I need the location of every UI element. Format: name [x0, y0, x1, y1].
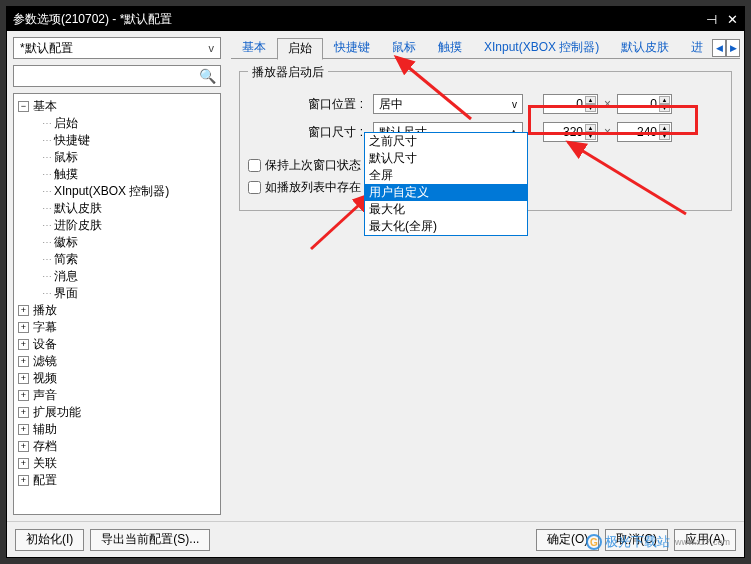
tree-node[interactable]: +设备 — [14, 336, 220, 353]
tree-item[interactable]: ⋯默认皮肤 — [14, 200, 220, 217]
tree-node[interactable]: +声音 — [14, 387, 220, 404]
tab-xinput[interactable]: XInput(XBOX 控制器) — [473, 37, 610, 59]
tree-node[interactable]: +视频 — [14, 370, 220, 387]
tree-item[interactable]: ⋯启始 — [14, 115, 220, 132]
tree-node[interactable]: +播放 — [14, 302, 220, 319]
window-title: 参数选项(210702) - *默认配置 — [13, 11, 706, 28]
tab-start[interactable]: 启始 — [277, 38, 323, 60]
init-button[interactable]: 初始化(I) — [15, 529, 84, 551]
tab-hotkey[interactable]: 快捷键 — [323, 37, 381, 59]
tab-scroll-right-icon[interactable]: ▶ — [726, 39, 740, 57]
spin-up-icon[interactable]: ▲ — [585, 96, 596, 104]
search-box: 🔍 — [13, 65, 221, 87]
position-y-spin[interactable]: 0▲▼ — [617, 94, 672, 114]
tab-mouse[interactable]: 鼠标 — [381, 37, 427, 59]
profile-value: *默认配置 — [20, 40, 73, 57]
dropdown-item-selected[interactable]: 用户自定义 — [365, 184, 527, 201]
spin-down-icon[interactable]: ▼ — [659, 132, 670, 140]
tab-skin[interactable]: 默认皮肤 — [610, 37, 680, 59]
spin-up-icon[interactable]: ▲ — [659, 96, 670, 104]
size-dropdown[interactable]: 之前尺寸 默认尺寸 全屏 用户自定义 最大化 最大化(全屏) — [364, 132, 528, 236]
size-label: 窗口尺寸 : — [248, 124, 373, 141]
tree-node[interactable]: +关联 — [14, 455, 220, 472]
size-h-spin[interactable]: 240▲▼ — [617, 122, 672, 142]
tab-touch[interactable]: 触摸 — [427, 37, 473, 59]
keep-state-label: 保持上次窗口状态 — [265, 157, 361, 174]
watermark-url: www.xz7.com — [675, 537, 730, 547]
tree-node[interactable]: +存档 — [14, 438, 220, 455]
dropdown-item[interactable]: 最大化(全屏) — [365, 218, 527, 235]
watermark: G 极光下载站 www.xz7.com — [586, 533, 730, 551]
tree-item[interactable]: ⋯简索 — [14, 251, 220, 268]
tree-node[interactable]: +字幕 — [14, 319, 220, 336]
chevron-down-icon: v — [209, 42, 215, 54]
dropdown-item[interactable]: 默认尺寸 — [365, 150, 527, 167]
tree-item[interactable]: ⋯徽标 — [14, 234, 220, 251]
close-icon[interactable]: ✕ — [727, 12, 738, 27]
tree-item[interactable]: ⋯鼠标 — [14, 149, 220, 166]
spin-down-icon[interactable]: ▼ — [659, 104, 670, 112]
chevron-down-icon: v — [512, 99, 517, 110]
tabs: 基本 启始 快捷键 鼠标 触摸 XInput(XBOX 控制器) 默认皮肤 进 … — [231, 37, 740, 59]
keep-state-checkbox[interactable] — [248, 159, 261, 172]
spin-up-icon[interactable]: ▲ — [659, 124, 670, 132]
tree-node[interactable]: +滤镜 — [14, 353, 220, 370]
multiply-icon: × — [598, 97, 617, 111]
tree-item[interactable]: ⋯触摸 — [14, 166, 220, 183]
playlist-label: 如播放列表中存在 — [265, 179, 361, 196]
nav-tree[interactable]: −基本 ⋯启始 ⋯快捷键 ⋯鼠标 ⋯触摸 ⋯XInput(XBOX 控制器) ⋯… — [13, 93, 221, 515]
tree-item[interactable]: ⋯界面 — [14, 285, 220, 302]
spin-down-icon[interactable]: ▼ — [585, 104, 596, 112]
tree-item[interactable]: ⋯XInput(XBOX 控制器) — [14, 183, 220, 200]
watermark-text: 极光下载站 — [605, 533, 670, 551]
tree-node[interactable]: +扩展功能 — [14, 404, 220, 421]
position-select[interactable]: 居中v — [373, 94, 523, 114]
dropdown-item[interactable]: 之前尺寸 — [365, 133, 527, 150]
profile-select[interactable]: *默认配置 v — [13, 37, 221, 59]
spin-down-icon[interactable]: ▼ — [585, 132, 596, 140]
search-icon[interactable]: 🔍 — [199, 68, 216, 84]
tab-scroll-left-icon[interactable]: ◀ — [712, 39, 726, 57]
group-title: 播放器启动后 — [248, 64, 328, 81]
tree-item[interactable]: ⋯快捷键 — [14, 132, 220, 149]
tab-more[interactable]: 进 — [680, 37, 714, 59]
dropdown-item[interactable]: 最大化 — [365, 201, 527, 218]
export-button[interactable]: 导出当前配置(S)... — [90, 529, 210, 551]
position-x-spin[interactable]: 0▲▼ — [543, 94, 598, 114]
search-input[interactable] — [18, 69, 199, 83]
size-w-spin[interactable]: 320▲▼ — [543, 122, 598, 142]
tab-basic[interactable]: 基本 — [231, 37, 277, 59]
tree-node[interactable]: +配置 — [14, 472, 220, 489]
tree-root[interactable]: −基本 — [14, 98, 220, 115]
spin-up-icon[interactable]: ▲ — [585, 124, 596, 132]
playlist-checkbox[interactable] — [248, 181, 261, 194]
tree-node[interactable]: +辅助 — [14, 421, 220, 438]
pin-icon[interactable]: ⊣ — [706, 12, 717, 27]
tree-item[interactable]: ⋯消息 — [14, 268, 220, 285]
dropdown-item[interactable]: 全屏 — [365, 167, 527, 184]
tree-item[interactable]: ⋯进阶皮肤 — [14, 217, 220, 234]
multiply-icon: × — [598, 125, 617, 139]
position-label: 窗口位置 : — [248, 96, 373, 113]
watermark-logo-icon: G — [586, 534, 602, 550]
